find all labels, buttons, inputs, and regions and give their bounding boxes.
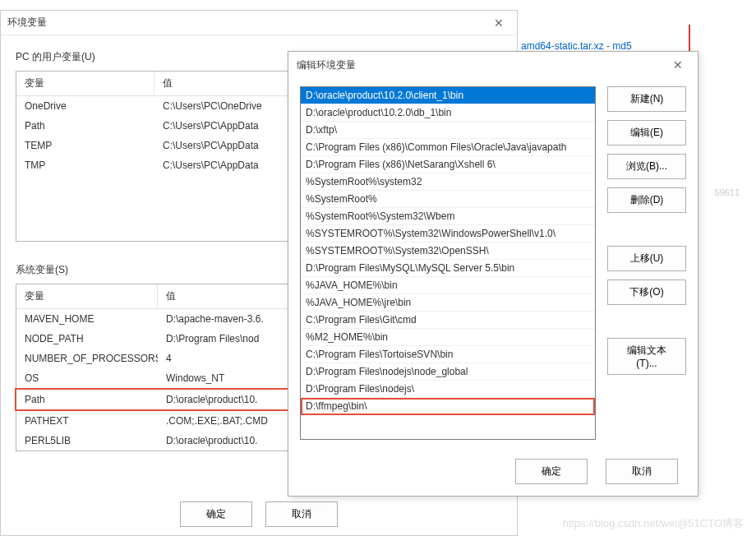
path-list[interactable]: D:\oracle\product\10.2.0\client_1\binD:\… <box>300 86 596 440</box>
ok-button[interactable]: 确定 <box>180 501 252 527</box>
dialog2-title: 编辑环境变量 <box>297 58 356 72</box>
gray-id-text: 59611 <box>714 187 740 197</box>
var-name: TMP <box>16 158 154 173</box>
path-item[interactable]: D:\xftp\ <box>301 122 595 139</box>
path-item[interactable]: %SYSTEMROOT%\System32\OpenSSH\ <box>301 243 595 260</box>
path-item[interactable]: %SystemRoot%\System32\Wbem <box>301 208 595 225</box>
move-up-button[interactable]: 上移(U) <box>607 246 686 271</box>
path-item[interactable]: %JAVA_HOME%\bin <box>301 277 595 294</box>
ok-button[interactable]: 确定 <box>515 459 588 484</box>
path-item[interactable]: C:\Program Files\Git\cmd <box>301 312 595 329</box>
cancel-button[interactable]: 取消 <box>265 501 338 527</box>
var-name: NUMBER_OF_PROCESSORS <box>16 351 158 366</box>
var-name: Path <box>16 118 154 133</box>
col-variable[interactable]: 变量 <box>16 72 154 95</box>
path-item[interactable]: %SystemRoot%\system32 <box>301 173 595 191</box>
move-down-button[interactable]: 下移(O) <box>607 280 686 305</box>
var-name: OneDrive <box>16 99 154 113</box>
path-item[interactable]: D:\ffmpeg\bin\ <box>301 398 595 415</box>
delete-button[interactable]: 删除(D) <box>607 187 686 213</box>
path-item[interactable]: D:\Program Files\MySQL\MySQL Server 5.5\… <box>301 260 595 277</box>
background-link[interactable]: amd64-static.tar.xz - md5 <box>521 40 632 52</box>
side-buttons: 新建(N) 编辑(E) 浏览(B)... 删除(D) 上移(U) 下移(O) 编… <box>607 86 686 440</box>
dialog1-title: 环境变量 <box>7 16 47 30</box>
path-item[interactable]: D:\oracle\product\10.2.0\client_1\bin <box>301 87 595 104</box>
edit-button[interactable]: 编辑(E) <box>607 120 686 146</box>
dialog2-footer: 确定 取消 <box>510 459 683 484</box>
path-item[interactable]: D:\Program Files\nodejs\ <box>301 381 595 398</box>
new-button[interactable]: 新建(N) <box>607 86 686 112</box>
path-item[interactable]: %JAVA_HOME%\jre\bin <box>301 294 595 312</box>
watermark: https://blog.csdn.net/wei@51CTO博客 <box>563 516 744 531</box>
var-name: PATHEXT <box>16 414 158 428</box>
var-name: PERL5LIB <box>16 433 158 448</box>
edit-env-var-dialog: 编辑环境变量 ✕ D:\oracle\product\10.2.0\client… <box>288 51 698 497</box>
path-item[interactable]: %SYSTEMROOT%\System32\WindowsPowerShell\… <box>301 225 595 243</box>
path-item[interactable]: D:\Program Files (x86)\NetSarang\Xshell … <box>301 156 595 173</box>
dialog2-body: D:\oracle\product\10.2.0\client_1\binD:\… <box>288 78 698 448</box>
var-name: MAVEN_HOME <box>16 312 158 326</box>
edit-text-button[interactable]: 编辑文本(T)... <box>607 338 686 375</box>
path-item[interactable]: %SystemRoot% <box>301 191 595 208</box>
browse-button[interactable]: 浏览(B)... <box>607 154 686 179</box>
var-name: Path <box>16 392 158 407</box>
dialog1-titlebar: 环境变量 ✕ <box>1 11 517 35</box>
col-variable[interactable]: 变量 <box>16 284 158 308</box>
path-item[interactable]: %M2_HOME%\bin <box>301 329 595 346</box>
var-name: OS <box>16 371 158 386</box>
var-name: NODE_PATH <box>16 331 158 346</box>
path-item[interactable]: C:\Program Files (x86)\Common Files\Orac… <box>301 139 595 156</box>
cancel-button[interactable]: 取消 <box>606 459 678 484</box>
close-icon[interactable]: ✕ <box>487 13 510 33</box>
path-item[interactable]: C:\Program Files\TortoiseSVN\bin <box>301 346 595 363</box>
var-name: TEMP <box>16 138 154 153</box>
path-item[interactable]: D:\oracle\product\10.2.0\db_1\bin <box>301 104 595 122</box>
dialog1-footer: 确定 取消 <box>1 501 517 527</box>
dialog2-titlebar: 编辑环境变量 ✕ <box>288 52 698 78</box>
path-item[interactable]: D:\Program Files\nodejs\node_global <box>301 363 595 381</box>
close-icon[interactable]: ✕ <box>666 55 689 75</box>
